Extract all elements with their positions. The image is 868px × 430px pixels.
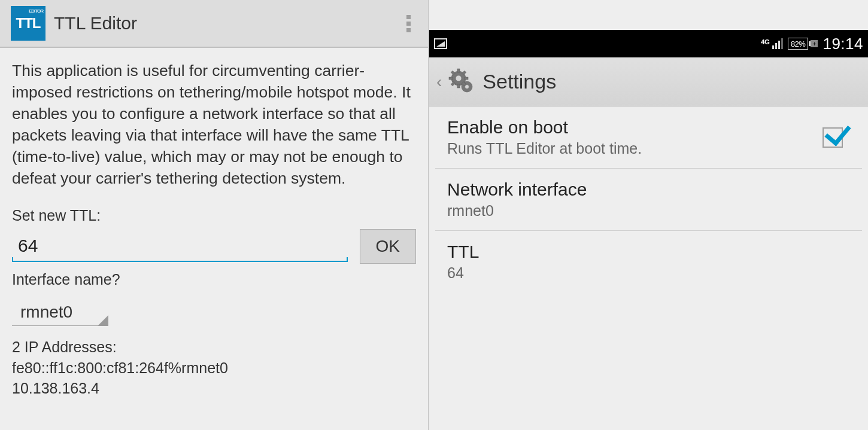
pref-summary: Runs TTL Editor at boot time. bbox=[447, 140, 823, 157]
settings-list: Enable on boot Runs TTL Editor at boot t… bbox=[429, 106, 868, 292]
ok-button[interactable]: OK bbox=[360, 229, 416, 264]
logo-sub-text: EDITOR bbox=[29, 8, 43, 14]
app-description: This application is useful for circumven… bbox=[12, 60, 416, 189]
status-bar-right: 4G 82% + 19:14 bbox=[761, 35, 863, 53]
interface-label: Interface name? bbox=[12, 271, 416, 288]
ttl-input-row: OK bbox=[12, 229, 416, 264]
network-type-icon: 4G bbox=[761, 38, 770, 45]
settings-title: Settings bbox=[482, 70, 556, 93]
input-underline bbox=[12, 261, 348, 262]
top-spacer bbox=[429, 0, 868, 30]
pref-title: TTL bbox=[447, 242, 850, 262]
svg-rect-7 bbox=[465, 77, 468, 80]
pref-ttl[interactable]: TTL 64 bbox=[435, 231, 862, 292]
interface-spinner[interactable]: rmnet0 bbox=[12, 298, 108, 326]
signal-icon bbox=[772, 38, 783, 49]
ttl-input-wrapper bbox=[12, 231, 348, 262]
battery-percent: 82% bbox=[791, 39, 806, 48]
interface-value: rmnet0 bbox=[12, 298, 108, 326]
status-bar: 4G 82% + 19:14 bbox=[429, 30, 868, 57]
pref-title: Enable on boot bbox=[447, 117, 823, 138]
pref-summary: 64 bbox=[447, 264, 850, 282]
pref-enable-on-boot[interactable]: Enable on boot Runs TTL Editor at boot t… bbox=[435, 106, 862, 169]
pref-title: Network interface bbox=[447, 179, 850, 200]
svg-rect-5 bbox=[457, 84, 460, 88]
battery-icon: 82% bbox=[788, 38, 809, 50]
clock: 19:14 bbox=[823, 35, 863, 53]
svg-rect-6 bbox=[449, 77, 453, 80]
svg-point-1 bbox=[456, 75, 462, 81]
settings-gears-icon bbox=[448, 68, 477, 96]
svg-rect-4 bbox=[457, 69, 460, 72]
boot-checkbox[interactable] bbox=[823, 127, 843, 148]
ttl-input[interactable] bbox=[12, 231, 348, 261]
app-logo-icon: TTL EDITOR bbox=[11, 6, 45, 41]
ip-address-2: 10.138.163.4 bbox=[12, 378, 416, 399]
battery-plus-icon: + bbox=[811, 40, 818, 47]
ip-info: 2 IP Addresses: fe80::ff1c:800:cf81:264f… bbox=[12, 337, 416, 399]
main-content: This application is useful for circumven… bbox=[0, 48, 428, 405]
overflow-dot-icon bbox=[406, 28, 411, 32]
status-bar-left bbox=[434, 38, 447, 49]
settings-header[interactable]: ‹ bbox=[429, 57, 868, 106]
overflow-menu-button[interactable] bbox=[399, 15, 417, 32]
logo-main-text: TTL bbox=[16, 16, 41, 31]
overflow-dot-icon bbox=[406, 15, 411, 19]
ttl-label: Set new TTL: bbox=[12, 207, 416, 224]
ip-count: 2 IP Addresses: bbox=[12, 337, 416, 358]
back-chevron-icon: ‹ bbox=[436, 72, 442, 92]
settings-screen: 4G 82% + 19:14 ‹ bbox=[429, 0, 868, 430]
actionbar: TTL EDITOR TTL Editor bbox=[0, 0, 428, 48]
picture-notification-icon bbox=[434, 38, 447, 49]
pref-summary: rmnet0 bbox=[447, 202, 850, 219]
pref-network-interface[interactable]: Network interface rmnet0 bbox=[435, 169, 862, 231]
overflow-dot-icon bbox=[406, 22, 411, 26]
app-title: TTL Editor bbox=[54, 13, 137, 33]
svg-point-3 bbox=[465, 84, 469, 89]
app-main-screen: TTL EDITOR TTL Editor This application i… bbox=[0, 0, 429, 430]
ip-address-1: fe80::ff1c:800:cf81:264f%rmnet0 bbox=[12, 358, 416, 379]
spinner-triangle-icon bbox=[98, 315, 108, 326]
